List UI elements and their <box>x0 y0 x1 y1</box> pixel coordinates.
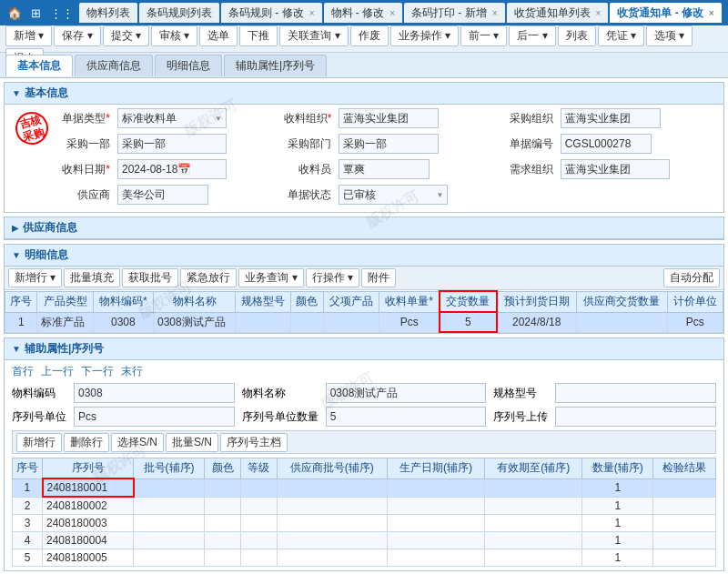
serial-cell: 1 <box>582 532 653 549</box>
btn-detail-biz-query[interactable]: 业务查询 ▾ <box>238 268 303 287</box>
top-navigation: 🏠 ⊞ ⋮⋮ 物料列表 条码规则列表 条码规则 - 修改× 物料 - 修改× 条… <box>0 0 728 25</box>
serial-cell <box>240 497 277 515</box>
btn-prev[interactable]: 前一 ▾ <box>460 25 507 46</box>
tab-material-edit[interactable]: 物料 - 修改× <box>324 3 403 23</box>
supplier-value[interactable]: 美华公司 <box>117 185 208 205</box>
btn-select[interactable]: 选单 <box>199 25 238 46</box>
serial-cell <box>388 497 485 515</box>
btn-detail-auto-assign[interactable]: 自动分配 <box>663 268 720 287</box>
tab-supplier-info[interactable]: 供应商信息 <box>75 55 153 76</box>
btn-related-query[interactable]: 关联查询 ▾ <box>279 25 348 46</box>
btn-next[interactable]: 后一 ▾ <box>509 25 555 46</box>
buyer-value[interactable]: 采购一部 <box>117 134 227 154</box>
serial-cell: 2408180004 <box>43 532 134 549</box>
tab-receipt-edit[interactable]: 收货通知单 - 修改× <box>610 3 722 23</box>
purchase-org-value[interactable]: 蓝海实业集团 <box>561 108 661 128</box>
btn-voucher[interactable]: 凭证 ▾ <box>598 25 644 46</box>
tab-basic-info[interactable]: 基本信息 <box>5 55 73 76</box>
btn-push[interactable]: 下推 <box>239 25 278 46</box>
receive-org-value[interactable]: 蓝海实业集团 <box>339 108 439 128</box>
btn-serial-delete-row[interactable]: 删除行 <box>64 433 109 452</box>
status-label: 单据状态 <box>280 187 335 203</box>
aux-serial-header[interactable]: ▼ 辅助属性|序列号 <box>5 338 723 360</box>
serial-nav-next[interactable]: 下一行 <box>81 364 114 379</box>
btn-detail-urgent[interactable]: 紧急放行 <box>180 268 237 287</box>
serial-cell: 2408180002 <box>43 497 134 515</box>
cell-unit: Pcs <box>379 312 440 332</box>
basic-info-title: 基本信息 <box>25 86 68 101</box>
serial-cell: 1 <box>582 497 653 515</box>
serial-nav-prev[interactable]: 上一行 <box>41 364 74 379</box>
serial-cell <box>240 478 277 497</box>
serial-unit-qty-label: 序列号单位数量 <box>242 409 318 425</box>
btn-void[interactable]: 作废 <box>350 25 389 46</box>
serial-cell <box>653 515 716 532</box>
btn-audit[interactable]: 审核 ▾ <box>151 25 197 46</box>
receive-date-value[interactable]: 2024-08-18 📅 <box>117 159 227 179</box>
serial-unit-label: 序列号单位 <box>12 409 66 425</box>
apps-icon[interactable]: ⋮⋮ <box>46 5 77 22</box>
purchase-dept-value[interactable]: 采购一部 <box>339 134 439 154</box>
btn-options[interactable]: 选项 ▾ <box>646 25 693 46</box>
btn-detail-add-row[interactable]: 新增行 ▾ <box>8 268 62 287</box>
detail-info-section: ▼ 明细信息 新增行 ▾ 批量填充 获取批号 紧急放行 业务查询 ▾ 行操作 ▾… <box>4 244 724 334</box>
serial-material-code-label: 物料编码 <box>12 386 66 401</box>
tab-barcode-rule-list[interactable]: 条码规则列表 <box>139 3 219 23</box>
btn-serial-select-sn[interactable]: 选择S/N <box>111 433 164 452</box>
basic-info-header[interactable]: ▼ 基本信息 <box>5 83 723 105</box>
col-price-unit: 计价单位 <box>667 291 723 312</box>
serial-cell <box>653 478 716 497</box>
btn-list[interactable]: 列表 <box>558 25 596 46</box>
tab-receipt-list[interactable]: 收货通知单列表× <box>507 3 609 23</box>
home-icon[interactable]: 🏠 <box>4 5 25 22</box>
btn-detail-attach[interactable]: 附件 <box>361 268 396 287</box>
detail-grid-toolbar: 新增行 ▾ 批量填充 获取批号 紧急放行 业务查询 ▾ 行操作 ▾ 附件 自动分… <box>5 267 723 290</box>
btn-serial-batch-sn[interactable]: 批量S/N <box>166 433 218 452</box>
col-unit: 收料单量* <box>379 291 440 312</box>
supplier-info-title: 供应商信息 <box>23 220 77 236</box>
cell-delivery-qty: 5 <box>440 312 496 332</box>
scol-serial-no: 序列号 <box>43 458 134 479</box>
btn-detail-get-batch[interactable]: 获取批号 <box>122 268 178 287</box>
serial-spec-value <box>555 383 716 403</box>
supplier-info-header[interactable]: ▶ 供应商信息 <box>5 217 723 239</box>
status-value[interactable]: 已审核 <box>339 185 448 205</box>
btn-add[interactable]: 新增 ▾ <box>5 25 52 46</box>
serial-cell: 5 <box>13 549 43 567</box>
serial-cell <box>388 478 485 497</box>
basic-info-body: 吉核 采购 单据类型 标准收料单 收料组织 蓝海实业集 <box>5 105 723 212</box>
btn-detail-batch-fill[interactable]: 批量填充 <box>64 268 120 287</box>
serial-table-row[interactable]: 224081800021 <box>13 497 716 515</box>
serial-cell <box>134 497 205 515</box>
receive-staff-value[interactable]: 覃爽 <box>339 159 430 179</box>
tab-material-list[interactable]: 物料列表 <box>79 3 137 23</box>
serial-upload-label: 序列号上传 <box>493 409 548 425</box>
btn-detail-row-op[interactable]: 行操作 ▾ <box>306 268 359 287</box>
btn-serial-add-row[interactable]: 新增行 <box>16 433 62 452</box>
serial-table-row[interactable]: 324081800031 <box>13 515 716 532</box>
tab-barcode-rule-edit[interactable]: 条码规则 - 修改× <box>221 3 322 23</box>
serial-table-row[interactable]: 124081800011 <box>13 478 716 497</box>
table-row[interactable]: 1 标准产品 0308 0308测试产品 Pcs 5 2024/8/18 Pcs <box>5 312 723 332</box>
detail-info-header[interactable]: ▼ 明细信息 <box>5 245 723 267</box>
cell-material-name: 0308测试产品 <box>154 312 236 332</box>
serial-table-row[interactable]: 424081800041 <box>13 532 716 549</box>
tab-aux-serial[interactable]: 辅助属性|序列号 <box>224 55 327 76</box>
order-type-value[interactable]: 标准收料单 <box>117 108 227 128</box>
demand-value[interactable]: 蓝海实业集团 <box>561 159 670 179</box>
scol-result: 检验结果 <box>653 458 716 479</box>
btn-serial-master[interactable]: 序列号主档 <box>220 433 288 452</box>
tab-detail-info[interactable]: 明细信息 <box>155 55 222 76</box>
btn-submit[interactable]: 提交 ▾ <box>103 25 149 46</box>
btn-save[interactable]: 保存 ▾ <box>54 25 100 46</box>
approval-stamp: 吉核 采购 <box>12 108 52 148</box>
serial-nav-first[interactable]: 首行 <box>12 364 34 379</box>
tab-barcode-print[interactable]: 条码打印 - 新增× <box>404 3 505 23</box>
supplier-row: 供应商 美华公司 <box>59 185 273 205</box>
btn-business-op[interactable]: 业务操作 ▾ <box>390 25 459 46</box>
serial-table-row[interactable]: 524081800051 <box>13 549 716 567</box>
demand-row: 需求组织 蓝海实业集团 <box>502 159 716 179</box>
grid-icon[interactable]: ⊞ <box>27 5 45 22</box>
serial-unit-value: Pcs <box>74 407 235 427</box>
serial-nav-last[interactable]: 末行 <box>121 364 143 379</box>
